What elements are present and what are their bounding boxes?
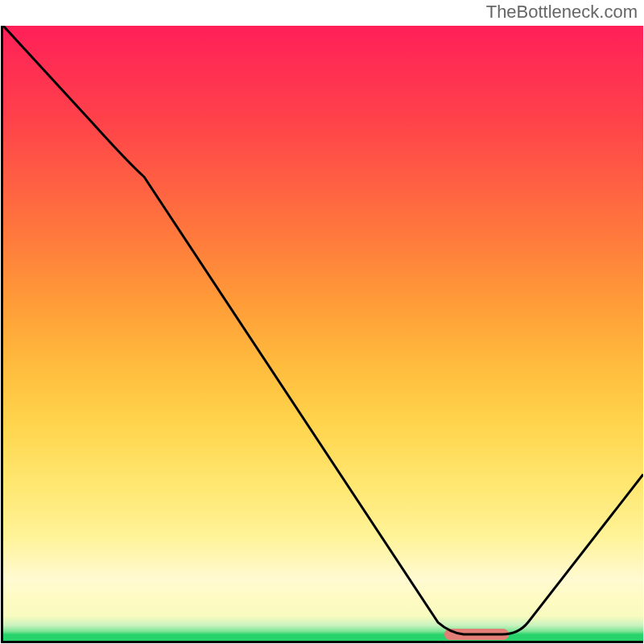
chart-svg (3, 26, 643, 641)
chart-curve (3, 26, 643, 634)
optimal-marker (444, 629, 509, 640)
chart-container: TheBottleneck.com (0, 0, 644, 644)
watermark-text: TheBottleneck.com (486, 2, 638, 23)
plot-area (1, 26, 643, 643)
